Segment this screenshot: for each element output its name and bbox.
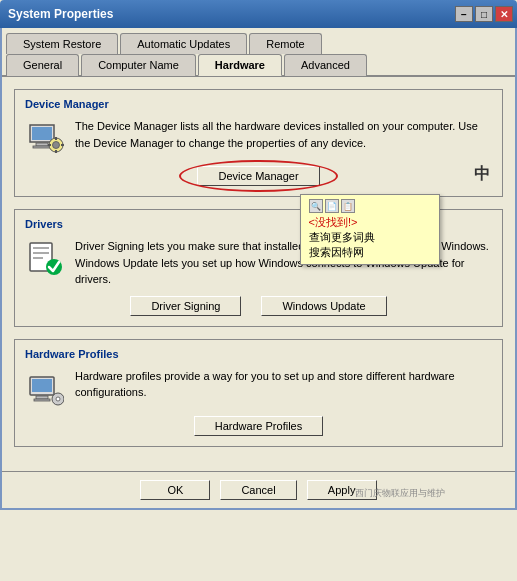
ctx-copy-icon[interactable]: 📄 (325, 199, 339, 213)
maximize-button[interactable]: □ (475, 6, 493, 22)
svg-rect-20 (34, 399, 50, 401)
tabs-row2: General Computer Name Hardware Advanced (2, 53, 515, 75)
hardware-profiles-button-row: Hardware Profiles (25, 416, 492, 436)
tabs-row1: System Restore Automatic Updates Remote (2, 28, 515, 53)
svg-rect-13 (33, 257, 43, 259)
ok-button[interactable]: OK (140, 480, 210, 500)
title-bar-buttons: − □ ✕ (455, 6, 513, 22)
ctx-search-icon[interactable]: 🔍 (309, 199, 323, 213)
svg-point-5 (53, 142, 60, 149)
cancel-button[interactable]: Cancel (220, 480, 296, 500)
svg-rect-19 (36, 396, 48, 399)
svg-rect-16 (32, 379, 52, 392)
svg-point-18 (56, 397, 60, 401)
device-manager-description: The Device Manager lists all the hardwar… (75, 118, 492, 151)
windows-update-button[interactable]: Windows Update (261, 296, 386, 316)
svg-rect-6 (55, 137, 57, 140)
ctx-link1[interactable]: 查询更多词典 (309, 230, 431, 245)
drivers-button-row: Driver Signing Windows Update (25, 296, 492, 316)
tab-general[interactable]: General (6, 54, 79, 76)
svg-rect-12 (33, 252, 49, 254)
tab-system-restore[interactable]: System Restore (6, 33, 118, 54)
hardware-tab-content: Device Manager (2, 75, 515, 471)
ctx-link2[interactable]: 搜索因特网 (309, 245, 431, 260)
driver-signing-button[interactable]: Driver Signing (130, 296, 241, 316)
svg-rect-2 (36, 143, 48, 146)
device-manager-title: Device Manager (25, 98, 492, 110)
drivers-icon (25, 238, 65, 278)
svg-rect-7 (55, 150, 57, 153)
tab-hardware[interactable]: Hardware (198, 54, 282, 76)
device-manager-button[interactable]: Device Manager (197, 166, 319, 186)
hardware-profiles-description: Hardware profiles provide a way for you … (75, 368, 492, 401)
ctx-paste-icon[interactable]: 📋 (341, 199, 355, 213)
svg-rect-8 (48, 144, 51, 146)
hardware-profiles-button[interactable]: Hardware Profiles (194, 416, 323, 436)
tab-computer-name[interactable]: Computer Name (81, 54, 196, 76)
title-text: System Properties (8, 7, 113, 21)
svg-rect-1 (32, 127, 52, 140)
title-bar: System Properties − □ ✕ (0, 0, 517, 28)
device-manager-section: Device Manager (14, 89, 503, 197)
hardware-profiles-section: Hardware Profiles Hardware profiles prov… (14, 339, 503, 447)
watermark-text: 西门庆物联应用与维护 (355, 487, 445, 500)
svg-rect-11 (33, 247, 49, 249)
device-manager-btn-wrap: Device Manager 🔍 📄 📋 <没找到!> 查询更多词典 搜索因特网 (197, 166, 319, 186)
dialog: System Restore Automatic Updates Remote … (0, 28, 517, 510)
device-manager-content: The Device Manager lists all the hardwar… (25, 118, 492, 158)
chinese-char: 中 (474, 164, 490, 185)
tab-advanced[interactable]: Advanced (284, 54, 367, 76)
tab-automatic-updates[interactable]: Automatic Updates (120, 33, 247, 54)
bottom-bar: OK Cancel Apply 西门庆物联应用与维护 (2, 471, 515, 508)
ctx-not-found-text: <没找到!> (309, 215, 431, 230)
minimize-button[interactable]: − (455, 6, 473, 22)
svg-rect-3 (33, 146, 51, 148)
context-menu: 🔍 📄 📋 <没找到!> 查询更多词典 搜索因特网 (300, 194, 440, 265)
hardware-profiles-title: Hardware Profiles (25, 348, 492, 360)
close-button[interactable]: ✕ (495, 6, 513, 22)
tab-remote[interactable]: Remote (249, 33, 322, 54)
context-menu-icons: 🔍 📄 📋 (309, 199, 431, 213)
device-manager-button-row: Device Manager 🔍 📄 📋 <没找到!> 查询更多词典 搜索因特网 (25, 166, 492, 186)
svg-rect-9 (61, 144, 64, 146)
hardware-profiles-icon (25, 368, 65, 408)
hardware-profiles-content: Hardware profiles provide a way for you … (25, 368, 492, 408)
device-manager-icon (25, 118, 65, 158)
